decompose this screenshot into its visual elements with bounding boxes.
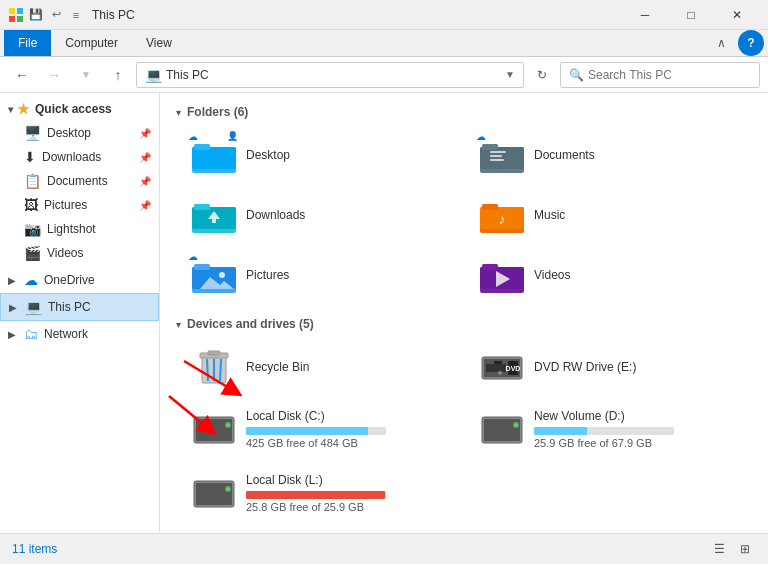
folder-item-pictures[interactable]: ☁ Pictures: [184, 249, 464, 301]
folder-item-music[interactable]: ♪ Music: [472, 189, 752, 241]
search-input[interactable]: [588, 68, 751, 82]
quick-access-section: ▾ ★ Quick access 🖥️ Desktop 📌 ⬇ Download…: [0, 97, 159, 265]
folders-section-title: Folders (6): [187, 105, 248, 119]
svg-rect-33: [208, 351, 220, 355]
svg-rect-20: [482, 204, 498, 210]
forward-button[interactable]: →: [40, 61, 68, 89]
svg-rect-8: [480, 147, 524, 169]
desktop-folder-label: Desktop: [246, 148, 290, 162]
new-volume-d-bar-bg: [534, 427, 674, 435]
thispc-icon: 💻: [25, 299, 42, 315]
title-bar-icons: 💾 ↩ ≡: [8, 7, 84, 23]
drives-chevron-icon: ▾: [176, 319, 181, 330]
cloud-icon-pics: ☁: [188, 251, 198, 262]
address-bar[interactable]: 💻 This PC ▼: [136, 62, 524, 88]
svg-rect-15: [194, 204, 210, 210]
sidebar-item-videos[interactable]: 🎬 Videos: [0, 241, 159, 265]
ribbon-help-button[interactable]: ?: [738, 30, 764, 56]
refresh-button[interactable]: ↻: [528, 61, 556, 89]
folders-grid: ☁ 👤 Desktop ☁: [176, 129, 752, 301]
sidebar-item-pictures[interactable]: 🖼 Pictures 📌: [0, 193, 159, 217]
back-button[interactable]: ←: [8, 61, 36, 89]
folder-item-desktop[interactable]: ☁ 👤 Desktop: [184, 129, 464, 181]
svg-rect-38: [494, 361, 502, 364]
svg-rect-1: [17, 8, 23, 14]
drive-item-c[interactable]: Local Disk (C:) 425 GB free of 484 GB: [184, 401, 464, 457]
local-disk-l-label: Local Disk (L:): [246, 473, 456, 487]
onedrive-label: OneDrive: [44, 273, 151, 287]
list-view-button[interactable]: ☰: [708, 538, 730, 560]
downloads-icon: ⬇: [24, 149, 36, 165]
folders-chevron-icon: ▾: [176, 107, 181, 118]
documents-folder-icon: ☁: [480, 137, 524, 173]
sidebar-item-lightshot[interactable]: 📷 Lightshot: [0, 217, 159, 241]
main-area: ▾ ★ Quick access 🖥️ Desktop 📌 ⬇ Download…: [0, 93, 768, 533]
new-volume-d-label: New Volume (D:): [534, 409, 744, 423]
search-bar[interactable]: 🔍: [560, 62, 760, 88]
sidebar-item-thispc[interactable]: ▶ 💻 This PC: [0, 293, 159, 321]
drive-item-dvd[interactable]: DVD DVD RW Drive (E:): [472, 341, 752, 393]
recycle-bin-info: Recycle Bin: [246, 360, 456, 374]
dvd-drive-info: DVD RW Drive (E:): [534, 360, 744, 374]
sidebar-item-documents[interactable]: 📋 Documents 📌: [0, 169, 159, 193]
local-disk-c-free: 425 GB free of 484 GB: [246, 437, 456, 449]
network-label: Network: [44, 327, 151, 341]
save-icon[interactable]: 💾: [28, 7, 44, 23]
sidebar-item-downloads[interactable]: ⬇ Downloads 📌: [0, 145, 159, 169]
folder-item-documents[interactable]: ☁ Documents: [472, 129, 752, 181]
sidebar-item-onedrive[interactable]: ▶ ☁ OneDrive: [0, 267, 159, 293]
svg-rect-12: [490, 159, 504, 161]
undo-icon[interactable]: ↩: [48, 7, 64, 23]
drive-item-recycle[interactable]: Recycle Bin: [184, 341, 464, 393]
svg-point-45: [227, 424, 230, 427]
drives-section-header[interactable]: ▾ Devices and drives (5): [176, 317, 752, 331]
onedrive-icon: ☁: [24, 272, 38, 288]
network-icon: 🗂: [24, 326, 38, 342]
folders-section-header[interactable]: ▾ Folders (6): [176, 105, 752, 119]
quick-access-header[interactable]: ▾ ★ Quick access: [0, 97, 159, 121]
up-button[interactable]: ↑: [104, 61, 132, 89]
local-disk-l-info: Local Disk (L:) 25.8 GB free of 25.9 GB: [246, 473, 456, 513]
svg-rect-43: [196, 419, 232, 441]
folder-item-videos[interactable]: Videos: [472, 249, 752, 301]
dvd-drive-label: DVD RW Drive (E:): [534, 360, 744, 374]
svg-rect-17: [212, 219, 216, 223]
properties-icon[interactable]: ≡: [68, 7, 84, 23]
svg-rect-52: [196, 483, 232, 505]
tab-computer[interactable]: Computer: [51, 30, 132, 56]
sidebar-item-desktop[interactable]: 🖥️ Desktop 📌: [0, 121, 159, 145]
tile-view-button[interactable]: ⊞: [734, 538, 756, 560]
drive-item-l[interactable]: Local Disk (L:) 25.8 GB free of 25.9 GB: [184, 465, 464, 521]
dvd-drive-icon: DVD: [480, 349, 524, 385]
tab-file[interactable]: File: [4, 30, 51, 56]
status-bar: 11 items ☰ ⊞: [0, 533, 768, 563]
ribbon: File Computer View ∧ ?: [0, 30, 768, 57]
ribbon-expand-icon[interactable]: ∧: [708, 30, 734, 56]
maximize-button[interactable]: □: [668, 0, 714, 30]
sidebar-item-network[interactable]: ▶ 🗂 Network: [0, 321, 159, 347]
svg-rect-3: [17, 16, 23, 22]
new-volume-d-free: 25.9 GB free of 67.9 GB: [534, 437, 744, 449]
svg-point-41: [498, 371, 502, 375]
downloads-folder-label: Downloads: [246, 208, 305, 222]
svg-point-26: [219, 272, 225, 278]
tab-view[interactable]: View: [132, 30, 186, 56]
folder-item-downloads[interactable]: Downloads: [184, 189, 464, 241]
local-disk-c-bar-bg: [246, 427, 386, 435]
address-dropdown-icon[interactable]: ▼: [505, 69, 515, 80]
lightshot-label: Lightshot: [47, 222, 151, 236]
pictures-pin-icon: 📌: [139, 200, 151, 211]
network-chevron: ▶: [8, 329, 20, 340]
sidebar: ▾ ★ Quick access 🖥️ Desktop 📌 ⬇ Download…: [0, 93, 160, 533]
recent-locations-button[interactable]: ▼: [72, 61, 100, 89]
ribbon-tabs: File Computer View ∧ ?: [0, 30, 768, 56]
search-icon: 🔍: [569, 68, 584, 82]
pictures-icon: 🖼: [24, 197, 38, 213]
svg-rect-48: [484, 419, 520, 441]
minimize-button[interactable]: ─: [622, 0, 668, 30]
drive-item-d[interactable]: New Volume (D:) 25.9 GB free of 67.9 GB: [472, 401, 752, 457]
nav-bar: ← → ▼ ↑ 💻 This PC ▼ ↻ 🔍: [0, 57, 768, 93]
thispc-chevron: ▶: [9, 302, 21, 313]
local-disk-c-info: Local Disk (C:) 425 GB free of 484 GB: [246, 409, 456, 449]
close-button[interactable]: ✕: [714, 0, 760, 30]
